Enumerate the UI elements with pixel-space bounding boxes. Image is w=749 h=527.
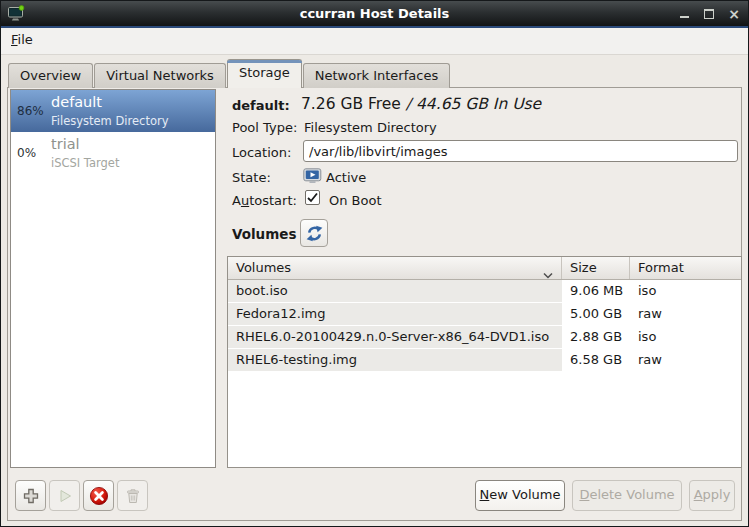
volume-size: 6.58 GB <box>562 349 630 372</box>
volume-size: 9.06 MB <box>562 280 630 303</box>
pool-type-label: Pool Type: <box>232 120 297 135</box>
volume-name: RHEL6.0-20100429.n.0-Server-x86_64-DVD1.… <box>228 326 562 349</box>
state-label: State: <box>232 170 271 185</box>
pool-type-subtitle: iSCSI Target <box>51 156 119 170</box>
column-header-volumes[interactable]: Volumes <box>228 257 562 279</box>
new-volume-button[interactable]: New Volume <box>475 480 565 511</box>
delete-volume-button[interactable]: Delete Volume <box>572 480 682 511</box>
pool-usage-percent: 0% <box>17 146 36 160</box>
apply-button[interactable]: Apply <box>689 480 735 511</box>
add-pool-button[interactable] <box>15 480 46 511</box>
volumes-table-header: Volumes Size Format <box>228 257 741 280</box>
storage-pool-list: 86% default Filesystem Directory 0% tria… <box>10 89 216 468</box>
start-pool-button[interactable] <box>49 480 80 511</box>
volume-row[interactable]: boot.iso 9.06 MB iso <box>228 280 741 303</box>
autostart-checkbox[interactable] <box>305 190 320 205</box>
stop-icon <box>89 486 109 506</box>
plus-icon <box>22 487 40 505</box>
host-details-window: ccurran Host Details × File Overview Vir… <box>0 0 749 527</box>
pool-type-value: Filesystem Directory <box>304 120 437 135</box>
check-icon <box>306 191 319 204</box>
pool-space-in-use: / 44.65 GB In Use <box>406 95 541 113</box>
volumes-heading: Volumes <box>232 226 296 242</box>
state-active-icon <box>303 168 322 187</box>
trash-icon <box>124 487 142 505</box>
delete-pool-button[interactable] <box>117 480 148 511</box>
play-icon <box>56 487 74 505</box>
location-label: Location: <box>232 145 291 160</box>
pool-name: default <box>51 94 102 110</box>
volume-name: Fedora12.img <box>228 303 562 326</box>
pool-type-subtitle: Filesystem Directory <box>51 114 168 128</box>
tab-bar: Overview Virtual Networks Storage Networ… <box>8 59 451 88</box>
sort-descending-icon <box>543 264 553 285</box>
pool-usage-percent: 86% <box>17 104 44 118</box>
volume-name: boot.iso <box>228 280 562 303</box>
autostart-label: Autostart: <box>232 193 297 208</box>
stop-pool-button[interactable] <box>83 480 114 511</box>
column-header-format[interactable]: Format <box>630 257 741 279</box>
refresh-icon <box>306 225 323 242</box>
location-input[interactable] <box>303 140 738 162</box>
pool-detail-name: default: <box>232 98 290 113</box>
pool-capacity-summary: 7.26 GB Free / 44.65 GB In Use <box>301 95 541 113</box>
volume-row[interactable]: RHEL6.0-20100429.n.0-Server-x86_64-DVD1.… <box>228 326 741 349</box>
column-header-size[interactable]: Size <box>562 257 630 279</box>
volume-size: 5.00 GB <box>562 303 630 326</box>
volume-row[interactable]: Fedora12.img 5.00 GB raw <box>228 303 741 326</box>
volume-format: iso <box>630 326 741 349</box>
volumes-table: Volumes Size Format boot.iso 9.06 MB iso… <box>227 256 742 468</box>
refresh-volumes-button[interactable] <box>300 219 328 247</box>
pool-row-default[interactable]: 86% default Filesystem Directory <box>11 90 215 132</box>
volume-size: 2.88 GB <box>562 326 630 349</box>
tab-virtual-networks[interactable]: Virtual Networks <box>94 63 226 88</box>
volume-row[interactable]: RHEL6-testing.img 6.58 GB raw <box>228 349 741 372</box>
pool-free-space: 7.26 GB Free <box>301 95 401 113</box>
pool-row-trial[interactable]: 0% trial iSCSI Target <box>11 132 215 174</box>
pool-name: trial <box>51 136 80 152</box>
tab-storage[interactable]: Storage <box>227 59 302 88</box>
volume-format: iso <box>630 280 741 303</box>
tab-overview[interactable]: Overview <box>8 63 93 88</box>
volume-name: RHEL6-testing.img <box>228 349 562 372</box>
state-value: Active <box>326 170 366 185</box>
volume-format: raw <box>630 349 741 372</box>
volume-format: raw <box>630 303 741 326</box>
autostart-value: On Boot <box>329 193 382 208</box>
tab-network-interfaces[interactable]: Network Interfaces <box>303 63 450 88</box>
